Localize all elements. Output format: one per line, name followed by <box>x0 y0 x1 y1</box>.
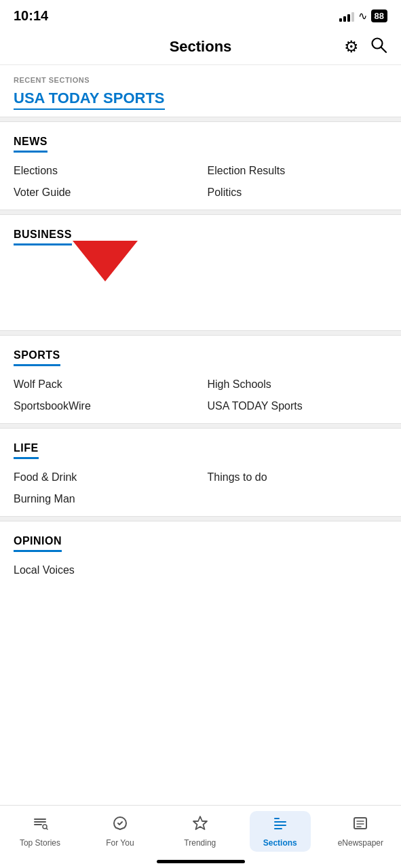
status-icons: ∿ 88 <box>339 9 387 22</box>
recent-link-usa-today-sports[interactable]: USA TODAY SPORTS <box>14 90 165 110</box>
trending-label: Trending <box>184 838 216 848</box>
news-section: NEWS Elections Election Results Voter Gu… <box>0 122 401 210</box>
business-section: BUSINESS <box>0 215 401 330</box>
sports-item-sportsbookwire[interactable]: SportsbookWire <box>14 400 194 412</box>
svg-line-1 <box>381 47 386 53</box>
life-section: LIFE Food & Drink Things to do Burning M… <box>0 429 401 516</box>
news-items: Elections Election Results Voter Guide P… <box>14 165 387 199</box>
svg-marker-3 <box>193 816 207 829</box>
search-icon[interactable] <box>370 36 387 58</box>
page-header: Sections ⚙ <box>0 29 401 65</box>
sports-items: Wolf Pack High Schools SportsbookWire US… <box>14 378 387 412</box>
top-stories-icon <box>32 815 48 835</box>
business-category-label: BUSINESS <box>14 229 72 245</box>
nav-item-sections[interactable]: Sections <box>250 811 311 852</box>
enewspaper-label: eNewspaper <box>338 838 383 848</box>
news-item-politics[interactable]: Politics <box>208 186 388 199</box>
svg-rect-4 <box>274 818 280 819</box>
news-item-election-results[interactable]: Election Results <box>208 165 388 177</box>
recent-label: RECENT SECTIONS <box>14 76 387 84</box>
sections-label: Sections <box>263 838 297 848</box>
enewspaper-icon <box>352 815 368 835</box>
nav-item-trending[interactable]: Trending <box>170 811 231 852</box>
news-item-voter-guide[interactable]: Voter Guide <box>14 186 194 199</box>
life-item-food-drink[interactable]: Food & Drink <box>14 471 194 484</box>
sports-item-wolf-pack[interactable]: Wolf Pack <box>14 378 194 391</box>
sports-item-high-schools[interactable]: High Schools <box>208 378 388 391</box>
sections-icon <box>272 815 288 835</box>
section-divider-4 <box>0 423 401 429</box>
life-category-label: LIFE <box>14 442 39 459</box>
nav-item-for-you[interactable]: For You <box>90 811 151 852</box>
bottom-navigation: Top Stories For You Trending <box>0 805 401 868</box>
signal-icon <box>339 11 354 22</box>
section-divider-3 <box>0 330 401 336</box>
page-title: Sections <box>170 38 232 56</box>
svg-rect-5 <box>274 821 286 823</box>
home-bar <box>157 860 245 863</box>
nav-items: Top Stories For You Trending <box>0 806 401 854</box>
settings-icon[interactable]: ⚙ <box>344 37 359 56</box>
svg-rect-6 <box>274 825 286 826</box>
nav-item-enewspaper[interactable]: eNewspaper <box>330 811 392 852</box>
opinion-items: Local Voices <box>14 564 387 576</box>
status-time: 10:14 <box>14 8 48 24</box>
home-indicator <box>0 854 401 868</box>
svg-rect-7 <box>274 828 282 829</box>
page-content: RECENT SECTIONS USA TODAY SPORTS NEWS El… <box>0 65 401 669</box>
sports-section: SPORTS Wolf Pack High Schools Sportsbook… <box>0 336 401 423</box>
recent-sections: RECENT SECTIONS USA TODAY SPORTS <box>0 65 401 117</box>
trending-icon <box>192 815 208 835</box>
battery-indicator: 88 <box>371 9 387 22</box>
section-divider-5 <box>0 516 401 521</box>
opinion-category-label: OPINION <box>14 535 62 552</box>
top-stories-label: Top Stories <box>20 838 60 848</box>
nav-item-top-stories[interactable]: Top Stories <box>9 811 71 852</box>
life-item-burning-man[interactable]: Burning Man <box>14 493 194 505</box>
opinion-section: OPINION Local Voices <box>0 521 401 587</box>
sports-category-label: SPORTS <box>14 349 60 366</box>
section-divider-2 <box>0 210 401 215</box>
header-actions: ⚙ <box>333 36 387 58</box>
news-item-elections[interactable]: Elections <box>14 165 194 177</box>
sports-item-usa-today-sports[interactable]: USA TODAY Sports <box>208 400 388 412</box>
life-items: Food & Drink Things to do Burning Man <box>14 471 387 505</box>
status-bar: 10:14 ∿ 88 <box>0 0 401 29</box>
for-you-icon <box>112 815 128 835</box>
wifi-icon: ∿ <box>358 9 367 22</box>
life-item-things-to-do[interactable]: Things to do <box>208 471 388 484</box>
for-you-label: For You <box>106 838 134 848</box>
opinion-item-local-voices[interactable]: Local Voices <box>14 564 194 576</box>
news-category-label: NEWS <box>14 136 47 153</box>
section-divider-1 <box>0 117 401 122</box>
